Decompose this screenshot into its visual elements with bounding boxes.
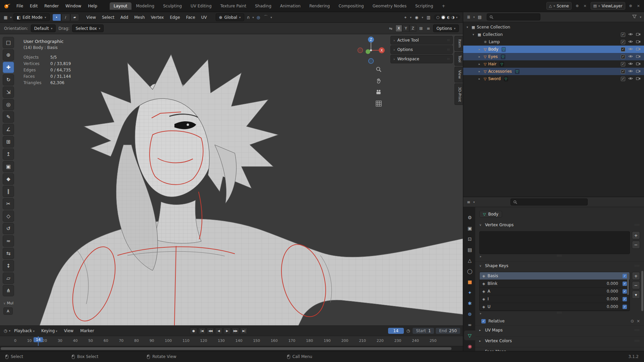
- prev-keyframe-button[interactable]: ◀◀: [207, 327, 214, 334]
- selectability-checkbox[interactable]: ✓: [621, 33, 625, 37]
- panel-shape-keys[interactable]: ∨ Shape Keys ∷∷: [475, 261, 644, 270]
- workspace-tab-scripting[interactable]: Scripting: [411, 2, 437, 10]
- mode-selector[interactable]: ◧ Edit Mode ▾: [13, 13, 50, 21]
- expand-icon[interactable]: ▸: [479, 48, 482, 51]
- mirror-y-button[interactable]: Y: [402, 25, 409, 32]
- navigation-gizmo[interactable]: Z X: [357, 36, 385, 64]
- panel-active-tool[interactable]: › Active Tool ∷: [390, 36, 453, 45]
- selectability-checkbox[interactable]: ✓: [621, 47, 625, 52]
- expand-icon[interactable]: ▸: [479, 77, 482, 80]
- play-reverse-button[interactable]: ◀: [215, 327, 222, 334]
- outliner-search-input[interactable]: [487, 13, 540, 20]
- disable-render-camera-icon[interactable]: [636, 76, 641, 82]
- expand-icon[interactable]: ▸: [480, 312, 482, 315]
- proportional-editing-icon[interactable]: ◎: [256, 14, 261, 20]
- expand-icon[interactable]: ▸: [479, 70, 482, 73]
- outliner-item-lamp[interactable]: ▸ ☼ Lamp ▽ ✓: [463, 38, 644, 46]
- disable-render-camera-icon[interactable]: [636, 47, 641, 52]
- extrude-region-tool[interactable]: ↥: [3, 148, 14, 160]
- editor-type-icon[interactable]: ◷: [3, 328, 8, 334]
- transform-orientation-selector[interactable]: ⊕ Global ▾: [216, 13, 244, 21]
- shape-keys-listbox[interactable]: ◈ Basis ✓ ◈ Blink 0.000: [479, 272, 630, 311]
- annotate-tool[interactable]: ✎: [3, 111, 14, 123]
- wireframe-shading-icon[interactable]: ○: [436, 15, 440, 19]
- topbar-menu[interactable]: Window: [62, 3, 84, 9]
- face-select-mode-button[interactable]: ▰: [70, 14, 79, 21]
- viewport-menu[interactable]: UV: [198, 14, 210, 21]
- shape-key-checkbox[interactable]: ✓: [623, 305, 627, 309]
- tab-object-data[interactable]: ▽: [464, 330, 475, 340]
- hide-viewport-eye-icon[interactable]: [628, 61, 633, 67]
- sidebar-tab-item[interactable]: Item: [454, 36, 463, 51]
- transform-tool[interactable]: ◎: [3, 99, 14, 110]
- disable-render-camera-icon[interactable]: [636, 69, 641, 74]
- shape-key-checkbox[interactable]: ✓: [623, 297, 627, 301]
- expand-icon[interactable]: ▾: [473, 33, 476, 36]
- outliner-item-accessories[interactable]: ▸ ▽ Accessories ▽ ✓: [463, 68, 644, 75]
- tab-constraints[interactable]: ∞: [464, 320, 475, 329]
- expand-icon[interactable]: ▸: [479, 62, 482, 66]
- snap-magnet-icon[interactable]: ∩: [246, 14, 251, 20]
- selectability-checkbox[interactable]: ✓: [621, 62, 625, 66]
- measure-tool[interactable]: ∠: [3, 124, 14, 135]
- list-scrollbar[interactable]: [627, 274, 629, 295]
- delete-scene-icon[interactable]: ×: [583, 4, 587, 8]
- vertex-select-mode-button[interactable]: •: [52, 14, 61, 21]
- timeline-menu[interactable]: Playback: [11, 327, 38, 334]
- shape-key-checkbox[interactable]: ✓: [623, 274, 627, 278]
- next-keyframe-button[interactable]: ▶▶: [232, 327, 239, 334]
- expand-icon[interactable]: ▸: [479, 55, 482, 58]
- workspace-tab-shading[interactable]: Shading: [251, 2, 275, 10]
- tab-material[interactable]: ◉: [464, 341, 475, 351]
- tab-view-layer[interactable]: ▤: [464, 245, 475, 254]
- hide-viewport-eye-icon[interactable]: [628, 39, 633, 45]
- workspace-tab-geometry-nodes[interactable]: Geometry Nodes: [369, 2, 411, 10]
- tab-tool[interactable]: ⚙: [464, 213, 475, 222]
- hide-viewport-eye-icon[interactable]: [628, 69, 633, 74]
- rendered-shading-icon[interactable]: ◑: [451, 15, 455, 19]
- smooth-tool[interactable]: ≈: [3, 235, 14, 247]
- editor-type-icon[interactable]: ≣: [466, 14, 471, 20]
- end-frame-field[interactable]: End 250: [436, 328, 460, 334]
- vertex-groups-listbox[interactable]: [479, 231, 630, 254]
- orientation-setting-dropdown[interactable]: Default ▾: [31, 24, 56, 32]
- outliner-item-sword[interactable]: ▸ ▽ Sword ▽ ✓: [463, 75, 644, 82]
- playhead[interactable]: 14: [38, 336, 39, 346]
- objects-filter-icon[interactable]: ▤: [477, 14, 483, 20]
- panel-options[interactable]: › Options ∷: [390, 45, 453, 54]
- shape-key-value[interactable]: 0.000: [599, 281, 618, 286]
- bevel-tool[interactable]: ◆: [3, 173, 14, 185]
- poly-build-tool[interactable]: ◇: [3, 210, 14, 222]
- workspace-tab-modeling[interactable]: Modeling: [132, 2, 159, 10]
- drag-setting-dropdown[interactable]: Select Box ▾: [72, 24, 104, 32]
- expand-icon[interactable]: ▾: [467, 25, 470, 29]
- sidebar-tab-3d-print[interactable]: 3D-Print: [454, 83, 463, 105]
- tab-modifiers[interactable]: ✦: [464, 288, 475, 297]
- select-box-tool[interactable]: □: [3, 37, 14, 48]
- shape-key-row[interactable]: ◈ A 0.000 ✓: [480, 288, 630, 295]
- tab-scene[interactable]: △: [464, 255, 475, 265]
- viewport-menu[interactable]: Vertex: [148, 14, 167, 21]
- outliner-item-eyes[interactable]: ▸ ▽ Eyes ▽ ✓: [463, 53, 644, 60]
- panel-vertex-groups[interactable]: ∨ Vertex Groups ∷∷: [475, 221, 644, 229]
- data-breadcrumb-field[interactable]: ▽ Body: [479, 211, 502, 218]
- topbar-menu[interactable]: File: [13, 3, 26, 9]
- view-layer-selector[interactable]: ▤ ▾ ViewLayer: [591, 2, 625, 10]
- sidebar-tab-tool[interactable]: Tool: [454, 52, 463, 66]
- relative-checkbox[interactable]: ✓: [481, 319, 486, 323]
- grid-icon[interactable]: ⊞: [418, 25, 424, 32]
- outliner-item-body[interactable]: ▸ ▽ Body ▽ ✓: [463, 46, 644, 53]
- move-tool[interactable]: ✚: [3, 62, 14, 73]
- shape-key-value[interactable]: 0.000: [599, 304, 618, 309]
- scene-collection-row[interactable]: ▾ ▦ Scene Collection: [463, 23, 644, 31]
- selectability-checkbox[interactable]: ✓: [621, 40, 625, 44]
- edge-slide-tool[interactable]: ⇆: [3, 248, 14, 259]
- camera-view-icon[interactable]: [376, 89, 382, 96]
- expand-icon[interactable]: ▸: [480, 255, 482, 258]
- workspace-tab-animation[interactable]: Animation: [276, 2, 305, 10]
- timeline-menu[interactable]: View: [61, 327, 76, 334]
- remove-shape-key-button[interactable]: −: [632, 281, 640, 289]
- topbar-menu[interactable]: Help: [85, 3, 100, 9]
- selectability-checkbox[interactable]: ✓: [621, 77, 625, 81]
- disable-render-camera-icon[interactable]: [636, 54, 641, 60]
